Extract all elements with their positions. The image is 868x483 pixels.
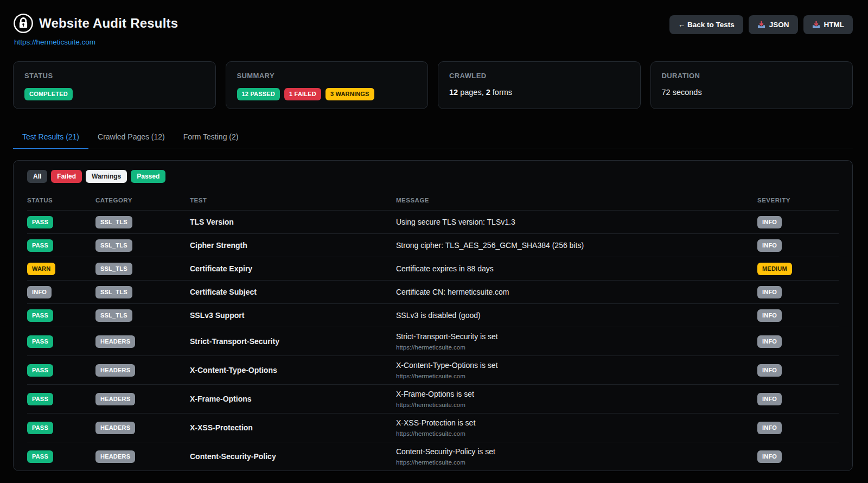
status-card-label: STATUS <box>24 72 205 80</box>
json-button-label: JSON <box>769 21 789 29</box>
status-badge: PASS <box>27 309 53 322</box>
test-message-url: https://hermeticsuite.com <box>396 344 757 351</box>
category-badge: HEADERS <box>95 335 135 348</box>
warnings-count-badge: 3 WARNINGS <box>326 88 374 100</box>
severity-badge: INFO <box>757 335 782 348</box>
severity-badge: INFO <box>757 393 782 405</box>
filter-warnings-button[interactable]: Warnings <box>86 170 127 183</box>
download-icon <box>757 21 765 29</box>
status-card: STATUS COMPLETED <box>13 61 216 109</box>
filter-failed-button[interactable]: Failed <box>51 170 82 183</box>
category-badge: SSL_TLS <box>95 309 132 322</box>
category-badge: SSL_TLS <box>95 263 132 275</box>
severity-badge: INFO <box>757 364 782 377</box>
header-left: Website Audit Results https://hermeticsu… <box>13 13 178 47</box>
test-name: Content-Security-Policy <box>190 452 396 461</box>
download-icon <box>812 21 820 29</box>
test-message: Certificate CN: hermeticsuite.com <box>396 288 757 296</box>
test-message: SSLv3 is disabled (good) <box>396 311 757 320</box>
table-row: INFO SSL_TLS Certificate Subject Certifi… <box>27 280 839 303</box>
test-message: X-Content-Type-Options is set <box>396 361 757 370</box>
status-badge: PASS <box>27 216 53 228</box>
category-badge: HEADERS <box>95 450 135 463</box>
test-message-url: https://hermeticsuite.com <box>396 430 757 437</box>
severity-badge: INFO <box>757 422 782 434</box>
status-badge: PASS <box>27 239 53 252</box>
column-header-message: MESSAGE <box>396 197 757 204</box>
severity-badge: INFO <box>757 286 782 298</box>
test-name: SSLv3 Support <box>190 311 396 320</box>
filter-passed-button[interactable]: Passed <box>131 170 165 183</box>
test-name: TLS Version <box>190 218 396 226</box>
result-filters: All Failed Warnings Passed <box>27 170 839 183</box>
test-name: Certificate Subject <box>190 288 396 296</box>
test-message-url: https://hermeticsuite.com <box>396 459 757 466</box>
status-badge: PASS <box>27 393 53 405</box>
download-json-button[interactable]: JSON <box>749 15 798 34</box>
summary-card: SUMMARY 12 PASSED 1 FAILED 3 WARNINGS <box>226 61 429 109</box>
table-row: WARN SSL_TLS Certificate Expiry Certific… <box>27 257 839 280</box>
test-message-url: https://hermeticsuite.com <box>396 402 757 408</box>
summary-cards: STATUS COMPLETED SUMMARY 12 PASSED 1 FAI… <box>13 61 853 109</box>
column-header-status: STATUS <box>27 197 95 204</box>
filter-all-button[interactable]: All <box>27 170 47 183</box>
test-results-panel: All Failed Warnings Passed STATUS CATEGO… <box>13 160 853 471</box>
status-badge: PASS <box>27 364 53 377</box>
table-row: PASS HEADERS X-XSS-Protection X-XSS-Prot… <box>27 413 839 442</box>
passed-count-badge: 12 PASSED <box>237 88 280 100</box>
download-html-button[interactable]: HTML <box>803 15 853 34</box>
table-row: PASS HEADERS Content-Security-Policy Con… <box>27 442 839 471</box>
crawled-card-label: CRAWLED <box>449 72 629 80</box>
results-tabs: Test Results (21) Crawled Pages (12) For… <box>13 127 853 149</box>
test-message: Using secure TLS version: TLSv1.3 <box>396 218 757 226</box>
test-name: Cipher Strength <box>190 241 396 250</box>
severity-badge: INFO <box>757 216 782 228</box>
summary-card-label: SUMMARY <box>237 72 417 80</box>
category-badge: HEADERS <box>95 364 135 377</box>
crawled-card: CRAWLED 12 pages, 2 forms <box>438 61 641 109</box>
tab-form-testing[interactable]: Form Testing (2) <box>174 127 248 149</box>
status-badge: PASS <box>27 335 53 348</box>
severity-badge: INFO <box>757 309 782 322</box>
test-message: Certificate expires in 88 days <box>396 264 757 273</box>
page-title: Website Audit Results <box>39 16 178 31</box>
status-badge: INFO <box>27 286 52 298</box>
failed-count-badge: 1 FAILED <box>284 88 321 100</box>
test-name: Strict-Transport-Security <box>190 337 396 346</box>
tab-test-results[interactable]: Test Results (21) <box>13 127 88 149</box>
test-message: X-XSS-Protection is set <box>396 418 757 427</box>
category-badge: SSL_TLS <box>95 286 132 298</box>
html-button-label: HTML <box>824 21 845 29</box>
table-row: PASS SSL_TLS TLS Version Using secure TL… <box>27 210 839 233</box>
status-badge: PASS <box>27 450 53 463</box>
test-message: Strict-Transport-Security is set <box>396 332 757 341</box>
category-badge: SSL_TLS <box>95 216 132 228</box>
table-header: STATUS CATEGORY TEST MESSAGE SEVERITY <box>27 194 839 210</box>
page-header: Website Audit Results https://hermeticsu… <box>13 13 853 47</box>
duration-card-label: DURATION <box>662 72 842 80</box>
test-message-url: https://hermeticsuite.com <box>396 373 757 379</box>
column-header-test: TEST <box>190 197 396 204</box>
category-badge: HEADERS <box>95 422 135 434</box>
status-completed-badge: COMPLETED <box>24 88 73 100</box>
duration-value: 72 seconds <box>662 88 842 97</box>
severity-badge: INFO <box>757 450 782 463</box>
header-actions: ← Back to Tests JSON HTML <box>669 15 853 34</box>
table-row: PASS SSL_TLS SSLv3 Support SSLv3 is disa… <box>27 303 839 327</box>
severity-badge: INFO <box>757 239 782 252</box>
table-row: PASS HEADERS X-Content-Type-Options X-Co… <box>27 355 839 384</box>
category-badge: HEADERS <box>95 393 135 405</box>
tab-crawled-pages[interactable]: Crawled Pages (12) <box>88 127 174 149</box>
test-name: X-XSS-Protection <box>190 423 396 432</box>
column-header-severity: SEVERITY <box>757 197 839 204</box>
column-header-category: CATEGORY <box>95 197 190 204</box>
status-badge: PASS <box>27 422 53 434</box>
back-button-label: ← Back to Tests <box>678 21 735 29</box>
test-message: X-Frame-Options is set <box>396 390 757 398</box>
lock-icon <box>13 13 34 34</box>
test-message: Content-Security-Policy is set <box>396 447 757 456</box>
back-to-tests-button[interactable]: ← Back to Tests <box>669 15 743 34</box>
audited-site-link[interactable]: https://hermeticsuite.com <box>14 38 95 46</box>
severity-badge: MEDIUM <box>757 263 792 275</box>
table-row: PASS SSL_TLS Cipher Strength Strong ciph… <box>27 233 839 257</box>
